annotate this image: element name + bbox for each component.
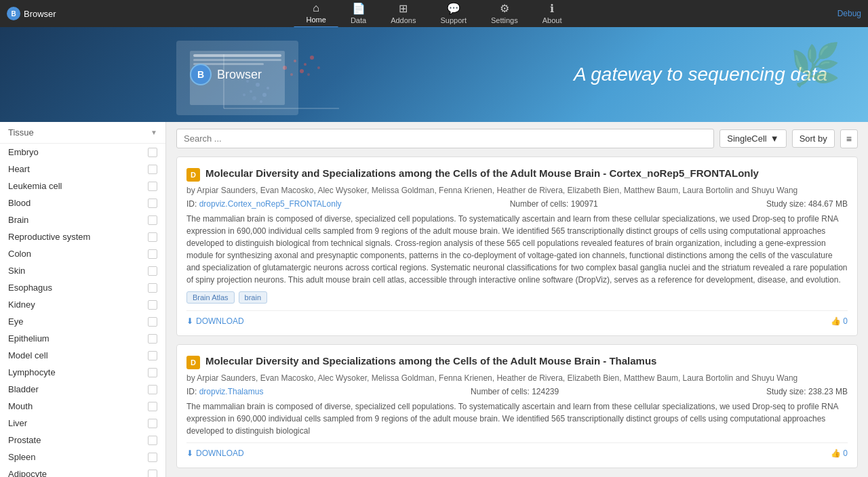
sidebar-item-label: Adipocyte	[8, 469, 47, 477]
like-button[interactable]: 👍 0	[831, 449, 848, 458]
sidebar-item-label: Heart	[8, 164, 30, 174]
dataset-cell-count: Number of cells: 124239	[471, 387, 559, 396]
sidebar-item-epithelium[interactable]: Epithelium	[0, 330, 165, 347]
sidebar-item-label: Spleen	[8, 452, 35, 462]
sidebar-item-checkbox[interactable]	[148, 199, 157, 208]
sidebar-item-adipocyte[interactable]: Adipocyte	[0, 465, 165, 477]
sidebar-item-checkbox[interactable]	[148, 283, 157, 293]
sidebar-item-heart[interactable]: Heart	[0, 161, 165, 178]
sidebar-item-checkbox[interactable]	[148, 334, 157, 344]
sidebar-item-checkbox[interactable]	[148, 215, 157, 225]
sidebar-item-brain[interactable]: Brain	[0, 211, 165, 228]
sidebar-item-reproductive-system[interactable]: Reproductive system	[0, 228, 165, 245]
dataset-id-link[interactable]: dropviz.Cortex_noRep5_FRONTALonly	[199, 199, 342, 209]
app-title: Browser	[24, 9, 56, 19]
hero-plant-decoration: 🌿	[790, 41, 841, 89]
sidebar-item-eye[interactable]: Eye	[0, 313, 165, 330]
settings-icon: ⚙	[500, 2, 509, 15]
sidebar-item-checkbox[interactable]	[148, 453, 157, 462]
sidebar-item-embryo[interactable]: Embryo	[0, 144, 165, 161]
sidebar-item-checkbox[interactable]	[148, 402, 157, 411]
app-logo: B Browser	[7, 7, 56, 20]
main-layout: Tissue ▼ Embryo Heart Leukemia cell Bloo…	[0, 122, 868, 477]
sidebar-item-bladder[interactable]: Bladder	[0, 381, 165, 398]
sort-order-button[interactable]: ≡	[840, 129, 858, 148]
sidebar-title: Tissue	[8, 127, 34, 138]
download-icon: ⬇	[186, 316, 193, 326]
sidebar-item-colon[interactable]: Colon	[0, 245, 165, 262]
sidebar-item-skin[interactable]: Skin	[0, 262, 165, 279]
data-icon: 📄	[352, 2, 366, 15]
dataset-title: Molecular Diversity and Specializations …	[205, 167, 759, 180]
sidebar-item-checkbox[interactable]	[148, 300, 157, 310]
download-button[interactable]: ⬇ DOWNLOAD	[186, 449, 244, 458]
download-icon: ⬇	[186, 449, 193, 458]
nav-item-support[interactable]: 💬 Support	[428, 0, 479, 28]
nav-item-data[interactable]: 📄 Data	[338, 0, 378, 28]
hero-logo-icon: B	[190, 64, 212, 85]
sidebar-item-checkbox[interactable]	[148, 385, 157, 394]
addons-icon: ⊞	[399, 2, 408, 15]
download-button[interactable]: ⬇ DOWNLOAD	[186, 316, 244, 326]
sidebar-item-lymphocyte[interactable]: Lymphocyte	[0, 364, 165, 381]
svg-point-7	[317, 66, 320, 69]
sidebar-item-label: Brain	[8, 215, 28, 225]
dataset-description: The mammalian brain is composed of diver…	[186, 400, 848, 437]
dataset-meta: ID: dropviz.Thalamus Number of cells: 12…	[186, 387, 848, 396]
sidebar-item-checkbox[interactable]	[148, 317, 157, 327]
search-input[interactable]	[176, 129, 714, 148]
sidebar-item-esophagus[interactable]: Esophagus	[0, 279, 165, 296]
sidebar-item-kidney[interactable]: Kidney	[0, 296, 165, 313]
sort-by-button[interactable]: Sort by	[792, 129, 835, 148]
sidebar-item-checkbox[interactable]	[148, 249, 157, 259]
sidebar-item-checkbox[interactable]	[148, 351, 157, 360]
sidebar-item-label: Kidney	[8, 299, 35, 310]
sidebar-item-checkbox[interactable]	[148, 436, 157, 445]
support-icon: 💬	[447, 2, 460, 15]
sidebar-item-checkbox[interactable]	[148, 182, 157, 191]
sidebar-item-model-cell[interactable]: Model cell	[0, 347, 165, 364]
search-bar: SingleCell ▼ Sort by ≡	[176, 129, 858, 148]
nav-item-settings[interactable]: ⚙ Settings	[479, 0, 530, 28]
nav-item-home[interactable]: ⌂ Home	[294, 0, 338, 28]
dataset-study-size: Study size: 484.67 MB	[766, 199, 848, 209]
sidebar-item-liver[interactable]: Liver	[0, 415, 165, 432]
sidebar-item-checkbox[interactable]	[148, 266, 157, 276]
thumbs-up-icon: 👍	[831, 449, 841, 458]
dataset-id-link[interactable]: dropviz.Thalamus	[199, 387, 264, 396]
nav-item-about[interactable]: ℹ About	[530, 0, 574, 28]
sort-order-icon: ≡	[846, 133, 852, 144]
dataset-cell-count: Number of cells: 190971	[510, 199, 598, 209]
card-header: D Molecular Diversity and Specialization…	[186, 354, 848, 369]
sidebar-item-checkbox[interactable]	[148, 148, 157, 157]
svg-point-6	[307, 73, 310, 76]
hero-logo: B Browser	[190, 64, 262, 85]
sort-by-label: Sort by	[800, 133, 827, 144]
sidebar-item-label: Model cell	[8, 350, 48, 360]
single-cell-dropdown[interactable]: SingleCell ▼	[719, 129, 786, 148]
svg-point-5	[310, 56, 314, 60]
card-footer: ⬇ DOWNLOAD 👍 0	[186, 310, 848, 326]
dataset-id: ID: dropviz.Cortex_noRep5_FRONTALonly	[186, 199, 342, 209]
sidebar-item-blood[interactable]: Blood	[0, 194, 165, 211]
sidebar-item-spleen[interactable]: Spleen	[0, 449, 165, 465]
sidebar-item-checkbox[interactable]	[148, 165, 157, 174]
sidebar-header[interactable]: Tissue ▼	[0, 122, 165, 144]
sidebar-item-label: Prostate	[8, 435, 41, 445]
nav-item-addons[interactable]: ⊞ Addons	[378, 0, 428, 28]
sidebar-item-checkbox[interactable]	[148, 368, 157, 377]
sidebar-item-checkbox[interactable]	[148, 419, 157, 428]
sidebar-item-leukemia-cell[interactable]: Leukemia cell	[0, 178, 165, 194]
dataset-authors: by Arpiar Saunders, Evan Macosko, Alec W…	[186, 373, 848, 383]
dataset-tag: Brain Atlas	[186, 291, 235, 304]
sidebar-item-checkbox[interactable]	[148, 232, 157, 242]
sidebar-item-label: Colon	[8, 249, 31, 259]
dataset-study-size: Study size: 238.23 MB	[766, 387, 848, 396]
sidebar-item-label: Skin	[8, 266, 25, 276]
like-button[interactable]: 👍 0	[831, 316, 848, 326]
tissue-sidebar: Tissue ▼ Embryo Heart Leukemia cell Bloo…	[0, 122, 166, 477]
svg-point-2	[300, 69, 304, 73]
sidebar-item-prostate[interactable]: Prostate	[0, 432, 165, 449]
sidebar-item-checkbox[interactable]	[148, 470, 157, 478]
sidebar-item-mouth[interactable]: Mouth	[0, 398, 165, 415]
